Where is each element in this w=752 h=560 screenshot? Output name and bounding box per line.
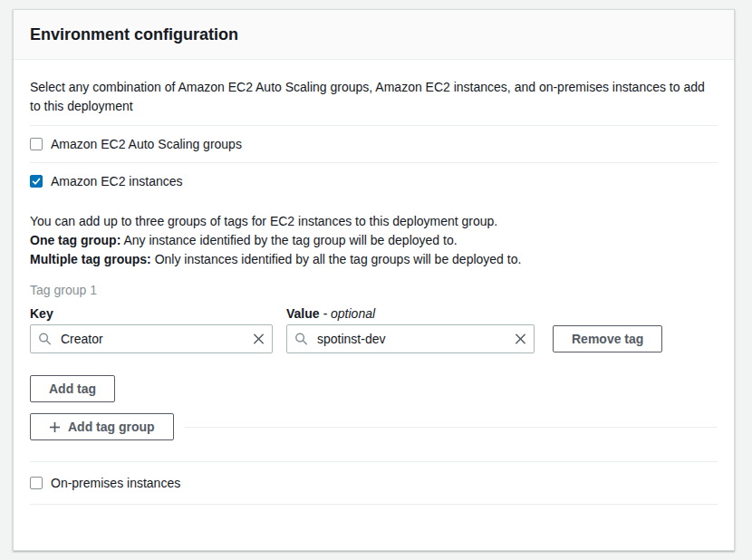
clear-value-icon[interactable]	[514, 333, 527, 346]
auto-scaling-groups-label: Amazon EC2 Auto Scaling groups	[51, 137, 242, 151]
value-search-box	[286, 324, 535, 353]
add-tag-group-button[interactable]: Add tag group	[30, 413, 174, 440]
checkbox-row-ec2-instances[interactable]: Amazon EC2 instances	[30, 163, 718, 199]
tag-help-line3: Multiple tag groups: Only instances iden…	[30, 250, 718, 269]
checkbox-row-auto-scaling-groups[interactable]: Amazon EC2 Auto Scaling groups	[30, 126, 718, 162]
tag-help-line2: One tag group: Any instance identified b…	[30, 231, 718, 250]
tag-help-line3-desc: Only instances identified by all the tag…	[151, 252, 522, 266]
card-header: Environment configuration	[14, 10, 734, 60]
tag-help-line2-term: One tag group:	[30, 233, 121, 247]
search-icon	[294, 333, 308, 346]
environment-configuration-card: Environment configuration Select any com…	[13, 9, 735, 551]
value-label: Value - optional	[286, 306, 375, 321]
divider	[30, 504, 718, 505]
page-title: Environment configuration	[30, 25, 718, 44]
plus-icon	[49, 421, 61, 433]
tag-group-title: Tag group 1	[30, 283, 718, 297]
on-premises-label: On-premises instances	[51, 476, 180, 490]
search-icon	[38, 333, 52, 346]
tag-help-line1: You can add up to three groups of tags f…	[30, 212, 718, 231]
on-premises-checkbox[interactable]	[30, 477, 43, 489]
add-tag-group-label: Add tag group	[68, 420, 155, 434]
add-tag-group-row: Add tag group	[30, 413, 718, 440]
key-label: Key	[30, 306, 286, 321]
field-labels-row: Key Value - optional	[30, 306, 718, 321]
add-tag-button[interactable]: Add tag	[30, 375, 115, 402]
tag-help-line2-desc: Any instance identified by the tag group…	[121, 233, 457, 247]
tag-help-line3-term: Multiple tag groups:	[30, 252, 151, 266]
value-input[interactable]	[286, 324, 535, 353]
card-body: Select any combination of Amazon EC2 Aut…	[14, 60, 734, 523]
remove-tag-button[interactable]: Remove tag	[553, 325, 662, 352]
auto-scaling-groups-checkbox[interactable]	[30, 138, 43, 150]
ec2-instances-checkbox[interactable]	[30, 175, 43, 188]
checkbox-row-on-premises[interactable]: On-premises instances	[30, 462, 718, 504]
tag-help-text: You can add up to three groups of tags f…	[30, 212, 718, 269]
key-search-box	[30, 324, 273, 353]
intro-text: Select any combination of Amazon EC2 Aut…	[30, 78, 718, 116]
ec2-instances-label: Amazon EC2 instances	[51, 174, 183, 188]
value-label-text: Value	[286, 306, 323, 321]
key-input[interactable]	[30, 324, 273, 353]
tag-inputs-row: Remove tag	[30, 324, 718, 353]
clear-key-icon[interactable]	[252, 333, 265, 346]
value-optional-text: - optional	[323, 306, 375, 321]
checkmark-icon	[31, 176, 42, 187]
divider	[185, 427, 718, 428]
